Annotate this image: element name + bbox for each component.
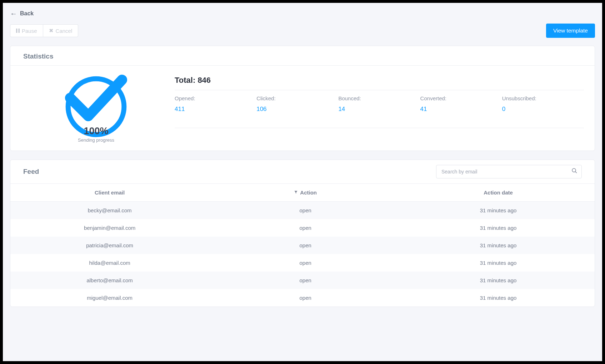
svg-rect-0 xyxy=(16,29,18,33)
metric-label: Unsubscribed: xyxy=(502,95,584,101)
progress-label: Sending progress xyxy=(78,137,114,143)
search-input[interactable] xyxy=(436,165,582,178)
cell-action: open xyxy=(209,295,402,301)
back-label: Back xyxy=(20,10,34,17)
table-row[interactable]: benjamin@email.comopen31 minutes ago xyxy=(10,219,595,237)
progress-ring: 100% Sending progress xyxy=(65,76,127,138)
table-body: becky@email.comopen31 minutes agobenjami… xyxy=(10,202,595,307)
table-row[interactable]: alberto@email.comopen31 minutes ago xyxy=(10,272,595,289)
progress-percent: 100% xyxy=(84,126,108,137)
cancel-button[interactable]: ✖ Cancel xyxy=(43,24,79,37)
cell-action-date: 31 minutes ago xyxy=(402,225,595,231)
total-row: Total: 846 xyxy=(175,76,584,90)
view-template-button[interactable]: View template xyxy=(546,24,595,38)
cell-action: open xyxy=(209,260,402,266)
check-icon xyxy=(65,71,127,125)
metric-value: 106 xyxy=(256,106,338,113)
pause-icon xyxy=(16,28,20,34)
action-button-group: Pause ✖ Cancel xyxy=(10,24,78,37)
metric-converted: Converted: 41 xyxy=(420,95,502,113)
total-value: 846 xyxy=(198,76,211,85)
cell-client-email: hilda@email.com xyxy=(10,260,209,266)
metric-unsubscribed: Unsubscribed: 0 xyxy=(502,95,584,113)
filter-icon xyxy=(294,190,298,195)
cell-action-date: 31 minutes ago xyxy=(402,242,595,248)
cell-client-email: miguel@email.com xyxy=(10,295,209,301)
metric-label: Clicked: xyxy=(256,95,338,101)
cell-client-email: benjamin@email.com xyxy=(10,225,209,231)
table-row[interactable]: patricia@email.comopen31 minutes ago xyxy=(10,237,595,254)
pause-label: Pause xyxy=(22,28,37,34)
statistics-title: Statistics xyxy=(23,52,582,60)
cell-client-email: alberto@email.com xyxy=(10,277,209,283)
metric-label: Bounced: xyxy=(338,95,420,101)
cell-action: open xyxy=(209,242,402,248)
cell-action-date: 31 minutes ago xyxy=(402,260,595,266)
metric-value: 0 xyxy=(502,106,584,113)
total-label: Total: xyxy=(175,76,195,85)
svg-point-4 xyxy=(572,168,576,172)
column-action-date: Action date xyxy=(402,189,595,196)
column-action[interactable]: Action xyxy=(209,189,402,196)
table-row[interactable]: becky@email.comopen31 minutes ago xyxy=(10,202,595,219)
metric-clicked: Clicked: 106 xyxy=(256,95,338,113)
metrics-row: Opened: 411 Clicked: 106 Bounced: 14 Con… xyxy=(175,95,584,128)
cell-action-date: 31 minutes ago xyxy=(402,207,595,213)
metric-opened: Opened: 411 xyxy=(175,95,256,113)
cell-action: open xyxy=(209,277,402,283)
metric-label: Opened: xyxy=(175,95,256,101)
cell-client-email: becky@email.com xyxy=(10,207,209,213)
table-header: Client email Action Action date xyxy=(10,184,595,202)
cell-action: open xyxy=(209,207,402,213)
table-row[interactable]: hilda@email.comopen31 minutes ago xyxy=(10,254,595,272)
svg-line-5 xyxy=(575,172,577,173)
cell-action: open xyxy=(209,225,402,231)
cell-action-date: 31 minutes ago xyxy=(402,295,595,301)
back-arrow-icon: ← xyxy=(10,10,17,17)
pause-button[interactable]: Pause xyxy=(10,24,43,37)
feed-title: Feed xyxy=(23,168,39,176)
cancel-label: Cancel xyxy=(56,28,72,34)
feed-card: Feed Client email Action Action date bec… xyxy=(10,160,595,307)
metric-label: Converted: xyxy=(420,95,502,101)
metric-value: 411 xyxy=(175,106,256,113)
search-icon xyxy=(571,168,578,176)
close-icon: ✖ xyxy=(49,27,54,34)
metric-value: 41 xyxy=(420,106,502,113)
statistics-card: Statistics 100% Sending progress xyxy=(10,46,595,151)
back-link[interactable]: ← Back xyxy=(10,10,34,17)
metric-bounced: Bounced: 14 xyxy=(338,95,420,113)
view-template-label: View template xyxy=(553,27,588,34)
cell-action-date: 31 minutes ago xyxy=(402,277,595,283)
column-client-email: Client email xyxy=(10,189,209,196)
column-action-label: Action xyxy=(300,189,317,196)
metric-value: 14 xyxy=(338,106,420,113)
table-row[interactable]: miguel@email.comopen31 minutes ago xyxy=(10,289,595,307)
svg-rect-1 xyxy=(19,29,20,33)
cell-client-email: patricia@email.com xyxy=(10,242,209,248)
